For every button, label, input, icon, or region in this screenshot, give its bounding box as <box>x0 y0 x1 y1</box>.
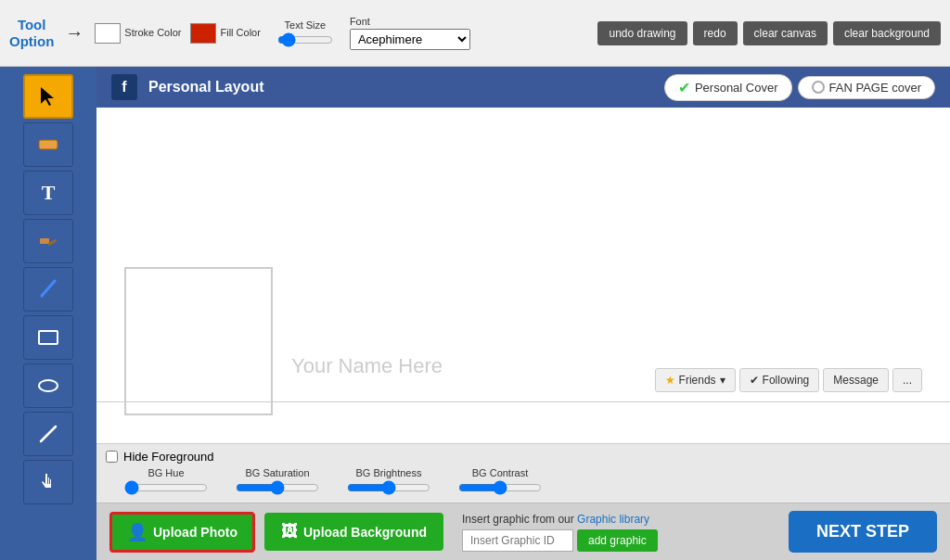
bottom-controls: Hide Foreground BG Hue BG Saturation BG … <box>96 443 950 503</box>
bg-contrast-label: BG Contrast <box>472 467 529 478</box>
select-tool-button[interactable] <box>23 74 73 119</box>
separator-line <box>96 401 950 402</box>
font-select[interactable]: Acephimere Arial Times New Roman Verdana <box>350 29 470 50</box>
text-tool-button[interactable]: T <box>23 171 73 215</box>
svg-rect-1 <box>39 140 58 149</box>
svg-line-8 <box>41 426 56 441</box>
friends-dropdown-icon: ▾ <box>720 374 725 387</box>
clear-canvas-button[interactable]: clear canvas <box>743 21 828 45</box>
message-label: Message <box>833 374 879 387</box>
more-dots-icon: ... <box>903 374 912 387</box>
ellipse-tool-button[interactable] <box>23 363 73 408</box>
upload-photo-person-icon: 👤 <box>127 522 148 542</box>
fill-label: Fill Color <box>220 27 260 39</box>
text-size-slider[interactable] <box>277 32 333 47</box>
bg-hue-slider[interactable] <box>124 480 208 495</box>
upload-background-label: Upload Background <box>303 525 427 540</box>
bg-saturation-slider[interactable] <box>236 480 319 495</box>
graphic-library-link[interactable]: Graphic library <box>577 513 649 526</box>
content-area: f Personal Layout ✔ Personal Cover FAN P… <box>96 67 950 560</box>
graphic-library-group: Insert graphic from our Graphic library … <box>462 513 658 552</box>
add-graphic-button[interactable]: add graphic <box>577 529 658 552</box>
stroke-label: Stroke Color <box>124 27 181 39</box>
following-button[interactable]: ✔ Following <box>739 368 820 392</box>
toolbar-right-buttons: undo drawing redo clear canvas clear bac… <box>597 21 941 45</box>
bg-hue-group: BG Hue <box>124 467 208 495</box>
personal-cover-tab[interactable]: ✔ Personal Cover <box>664 74 792 101</box>
layout-tabs: ✔ Personal Cover FAN PAGE cover <box>664 74 935 101</box>
hammer-tool-button[interactable] <box>23 219 73 263</box>
arrow-icon: → <box>65 22 83 44</box>
hide-foreground-checkbox[interactable] <box>106 451 118 463</box>
rectangle-tool-button[interactable] <box>23 315 73 360</box>
graphic-library-text: Insert graphic from our Graphic library <box>462 513 658 526</box>
bg-contrast-slider[interactable] <box>458 480 542 495</box>
hide-foreground-label: Hide Foreground <box>123 450 214 464</box>
bg-saturation-group: BG Saturation <box>236 467 319 495</box>
svg-line-4 <box>42 281 55 296</box>
upload-background-button[interactable]: 🖼 Upload Background <box>264 513 443 551</box>
pen-tool-button[interactable] <box>23 267 73 312</box>
following-label: Following <box>763 374 810 387</box>
checkmark-icon: ✔ <box>750 374 759 387</box>
friends-label: Friends <box>679 374 716 387</box>
line-tool-button[interactable] <box>23 412 73 456</box>
hand-tool-button[interactable] <box>23 460 73 504</box>
bg-saturation-label: BG Saturation <box>245 467 309 478</box>
font-group: Font Acephimere Arial Times New Roman Ve… <box>350 16 470 50</box>
upload-photo-button[interactable]: 👤 Upload Photo <box>109 512 255 553</box>
svg-rect-6 <box>39 331 58 344</box>
svg-point-7 <box>39 380 58 391</box>
tool-option-label: ToolOption <box>9 17 54 50</box>
fb-page-title: Personal Layout <box>148 79 263 95</box>
eraser-tool-button[interactable] <box>23 122 73 167</box>
profile-photo-box <box>124 267 273 415</box>
undo-drawing-button[interactable]: undo drawing <box>597 21 687 45</box>
redo-button[interactable]: redo <box>693 21 738 45</box>
stroke-color-group: Stroke Color <box>95 23 181 44</box>
text-size-label: Text Size <box>285 19 327 31</box>
font-label: Font <box>350 16 470 27</box>
more-button[interactable]: ... <box>892 368 922 392</box>
friends-button[interactable]: ★ Friends ▾ <box>655 368 736 392</box>
upload-photo-label: Upload Photo <box>153 525 238 540</box>
stroke-swatch[interactable] <box>95 23 121 44</box>
graphic-id-input[interactable] <box>462 529 573 552</box>
canvas-area[interactable]: Your Name Here ★ Friends ▾ ✔ Following M… <box>96 108 950 443</box>
bg-hue-label: BG Hue <box>148 467 184 478</box>
bg-brightness-group: BG Brightness <box>347 467 430 495</box>
social-buttons: ★ Friends ▾ ✔ Following Message ... <box>655 368 922 392</box>
fb-logo: f <box>111 74 137 100</box>
sliders-row: BG Hue BG Saturation BG Brightness BG Co… <box>124 467 941 495</box>
personal-cover-label: Personal Cover <box>695 81 778 95</box>
text-size-group: Text Size <box>277 19 333 47</box>
check-icon: ✔ <box>678 79 690 96</box>
hide-foreground-row: Hide Foreground <box>106 450 941 464</box>
radio-circle-icon <box>812 81 825 94</box>
fan-page-cover-tab[interactable]: FAN PAGE cover <box>798 76 935 99</box>
toolbar: ToolOption → Stroke Color Fill Color Tex… <box>0 0 950 67</box>
name-placeholder: Your Name Here <box>291 354 443 378</box>
svg-marker-0 <box>41 87 54 106</box>
sidebar: T <box>0 67 96 560</box>
fill-color-group: Fill Color <box>190 23 260 44</box>
next-step-button[interactable]: NEXT STEP <box>789 511 937 553</box>
upload-bg-image-icon: 🖼 <box>281 522 298 541</box>
clear-background-button[interactable]: clear background <box>833 21 941 45</box>
bg-brightness-slider[interactable] <box>347 480 430 495</box>
message-button[interactable]: Message <box>823 368 889 392</box>
svg-rect-2 <box>40 238 49 244</box>
action-row: 👤 Upload Photo 🖼 Upload Background Inser… <box>96 503 950 560</box>
star-icon: ★ <box>665 374 675 387</box>
graphic-id-row: add graphic <box>462 529 658 552</box>
bg-contrast-group: BG Contrast <box>458 467 542 495</box>
fill-swatch[interactable] <box>190 23 216 44</box>
fan-page-label: FAN PAGE cover <box>829 81 921 95</box>
main-layout: T <box>0 67 950 560</box>
fb-header: f Personal Layout ✔ Personal Cover FAN P… <box>96 67 950 108</box>
bg-brightness-label: BG Brightness <box>356 467 422 478</box>
